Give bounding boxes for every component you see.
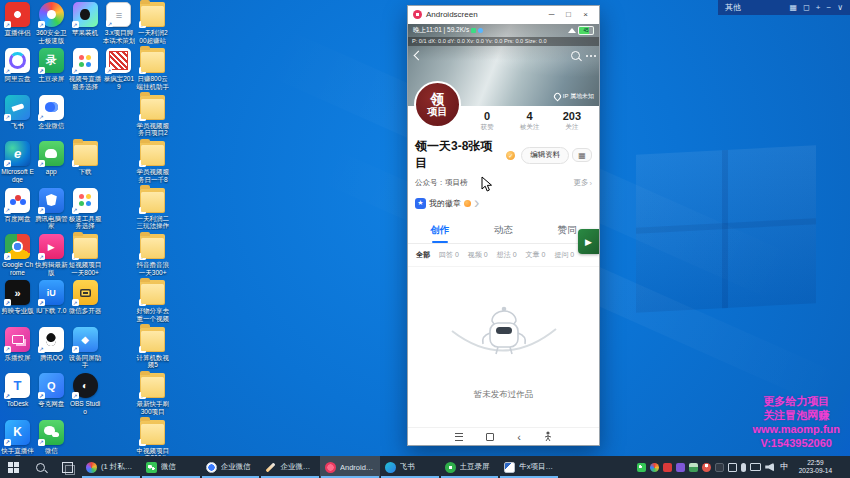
content-filter[interactable]: 回答 0	[439, 250, 459, 260]
desktop-icon[interactable]: iU下载 7.0	[35, 280, 68, 315]
home-nav-icon[interactable]	[486, 433, 494, 441]
menu-nav-icon[interactable]	[455, 433, 463, 441]
lock-icon[interactable]: ◻	[803, 4, 810, 12]
desktop-icon[interactable]: 极速工具服务选择	[69, 188, 102, 230]
desktop-icon[interactable]: 百度网盘	[1, 188, 34, 223]
desktop-icon[interactable]: 学员视频服务日项目200+	[136, 95, 169, 138]
stat-item[interactable]: 203 关注	[553, 110, 591, 131]
content-filter[interactable]: 提问 0	[554, 250, 574, 260]
desktop-icon[interactable]: 阿里云盘	[1, 48, 34, 83]
microphone-tray-icon[interactable]	[741, 463, 746, 472]
desktop-icon[interactable]: 短视频项目一天800+	[69, 234, 102, 276]
desktop-icon[interactable]: 抖音撸音浪一天300+	[136, 234, 169, 276]
usb-tray-icon[interactable]	[728, 463, 737, 472]
desktop-icon[interactable]: 360安全卫士极速版	[35, 2, 68, 44]
back-nav-icon[interactable]	[517, 432, 521, 442]
task-view-button[interactable]	[54, 456, 81, 478]
desktop-icon[interactable]: 日赚800云端挂机助手	[136, 48, 169, 90]
minimize-icon[interactable]: −	[826, 4, 831, 12]
desktop-icon[interactable]: 微信	[35, 420, 68, 455]
taskbar-app-button[interactable]: Androidscreen	[320, 456, 380, 478]
desktop-icon[interactable]: Microsoft Edge	[1, 141, 34, 183]
profile-tab[interactable]: 动态	[472, 219, 536, 243]
taskbar-app-button[interactable]: 牛x项目就在..项目...	[499, 456, 559, 478]
remote-toolbar[interactable]: 其他 ▦◻+−∨	[718, 0, 850, 15]
content-filter[interactable]: 想法 0	[497, 250, 517, 260]
content-filter[interactable]: 全部	[416, 250, 430, 260]
desktop-icon[interactable]: 苹果装机	[69, 2, 102, 37]
desktop-icon[interactable]: 企业微信	[35, 95, 68, 130]
taskbar-app-button[interactable]: (1 封私信) 首页 - ...	[81, 456, 141, 478]
browser-360-tray-icon[interactable]	[650, 463, 659, 472]
desktop-icon[interactable]: 一天利润二三玩法操作	[136, 188, 169, 230]
desktop-icon[interactable]: 暴疯宝2019	[102, 48, 135, 90]
back-icon[interactable]	[414, 51, 424, 61]
desktop-icon[interactable]: 计算机数视频5	[136, 327, 169, 369]
taskbar-app-button[interactable]: 飞书	[380, 456, 440, 478]
assistant-nav-icon[interactable]	[544, 431, 552, 442]
desktop-icon[interactable]: 腾讯QQ	[35, 327, 68, 362]
desktop-icon[interactable]: 乐播投屏	[1, 327, 34, 362]
close-button[interactable]: ×	[577, 6, 594, 23]
contact-app-tray-icon[interactable]	[702, 463, 711, 472]
desktop-icon[interactable]: 3.x项目脚本话术策划	[102, 2, 135, 44]
taskbar-app-button[interactable]: 微信	[141, 456, 201, 478]
desktop-icon[interactable]: 一天利润200超赚站	[136, 2, 169, 44]
stat-item[interactable]: 0 获赞	[468, 110, 506, 131]
content-filter[interactable]: 视频 0	[468, 250, 488, 260]
profile-grid-button[interactable]	[572, 148, 592, 162]
more-link[interactable]: 更多 ›	[574, 178, 593, 188]
start-button[interactable]	[0, 456, 27, 478]
desktop-icon[interactable]: 飞书	[1, 95, 34, 130]
taskbar-clock[interactable]: 22:59 2023-09-14	[795, 459, 836, 475]
taskbar-app-button[interactable]: 企业微信机器人助...	[260, 456, 320, 478]
content-filter[interactable]: 文章 0	[526, 250, 546, 260]
desktop-icon[interactable]: 土豆录屏	[35, 48, 68, 83]
plus-icon[interactable]: +	[816, 4, 821, 12]
desktop-icon[interactable]: 好物分享去重一个视频玩法	[136, 280, 169, 323]
more-menu-icon[interactable]	[590, 55, 592, 57]
search-icon[interactable]	[571, 51, 580, 60]
edit-profile-button[interactable]: 编辑资料	[521, 147, 569, 164]
ime-indicator[interactable]: 中	[778, 461, 791, 473]
desktop-icon[interactable]: 夸克网盘	[35, 373, 68, 408]
desktop-icon-label: app	[35, 168, 68, 176]
dark-app-tray-icon[interactable]	[715, 463, 724, 472]
desktop-icon[interactable]: 腾讯电脑管家	[35, 188, 68, 230]
taskbar-app-button[interactable]: 土豆录屏	[440, 456, 500, 478]
chevron-down-icon[interactable]: ∨	[837, 4, 843, 12]
desktop-icon[interactable]: 最新快手刷300项目	[136, 373, 169, 415]
desktop-icon[interactable]: OBS Studio	[69, 373, 102, 415]
profile-tab[interactable]: 创作	[408, 219, 472, 243]
wechat-tray-icon[interactable]	[637, 463, 646, 472]
desktop-icon[interactable]: 下载	[69, 141, 102, 176]
desktop-icon[interactable]: 微信多开器	[69, 280, 102, 315]
desktop-icon[interactable]: 学员视频服务日一千800	[136, 141, 169, 184]
shortcut-arrow-icon	[38, 114, 45, 121]
desktop-icon[interactable]: 剪映专业版	[1, 280, 34, 315]
desktop-icon[interactable]: 直播伴侣	[1, 2, 34, 37]
desktop-icon[interactable]: 视频号直播服务选择	[69, 48, 102, 90]
desktop-icon[interactable]: app	[35, 141, 68, 176]
desktop-icon[interactable]: 设备同屏助手	[69, 327, 102, 369]
video-float-button[interactable]	[578, 229, 599, 254]
grid-icon[interactable]: ▦	[790, 4, 798, 12]
desktop-icon[interactable]: Google Chrome	[1, 234, 34, 276]
image-app-tray-icon[interactable]	[689, 463, 698, 472]
taskbar-app-button[interactable]: 企业微信	[201, 456, 261, 478]
red-app-tray-icon[interactable]	[663, 463, 672, 472]
minimize-button[interactable]: ─	[543, 6, 560, 23]
stat-item[interactable]: 4 被关注	[510, 110, 548, 131]
maximize-button[interactable]: □	[560, 6, 577, 23]
purple-app-tray-icon[interactable]	[676, 463, 685, 472]
volume-tray-icon[interactable]	[765, 463, 774, 472]
shortcut-arrow-icon	[139, 21, 146, 28]
my-badges-row[interactable]: 我的徽章 ›	[408, 188, 599, 219]
avatar[interactable]: 领 项目	[414, 81, 461, 128]
ip-location: IP 属地未知	[554, 92, 594, 101]
desktop-icon[interactable]: 快剪辑最新版	[35, 234, 68, 276]
desktop-icon[interactable]: ToDesk	[1, 373, 34, 408]
taskbar-search-button[interactable]	[27, 456, 54, 478]
display-cast-tray-icon[interactable]	[750, 463, 761, 471]
window-titlebar[interactable]: Androidscreen ─ □ ×	[408, 6, 599, 23]
